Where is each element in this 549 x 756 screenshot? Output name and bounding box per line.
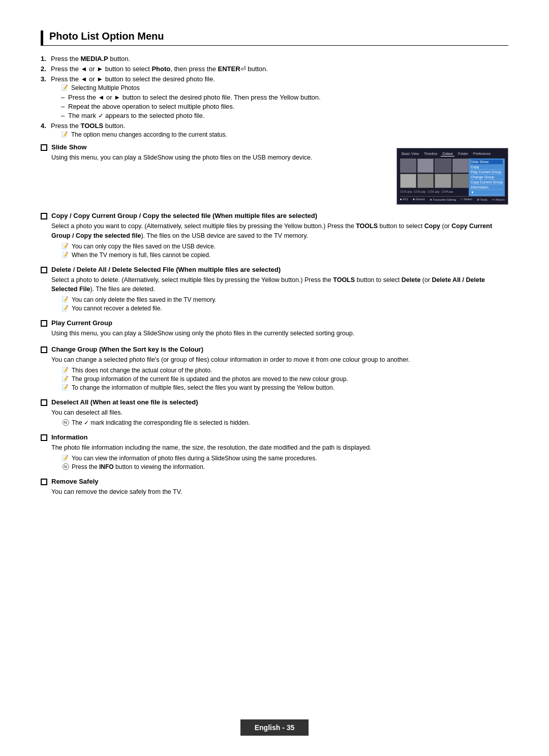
- thumb-8: [452, 174, 469, 188]
- sublist-item-2: Repeat the above operation to select mul…: [61, 103, 508, 110]
- ss-bottom-favourite: ★ Favourite Setting: [430, 198, 456, 201]
- screenshot-thumbnails: [400, 159, 469, 188]
- thumb-2: [417, 159, 434, 173]
- ss-bottom-av1: ■ AV1: [400, 198, 408, 201]
- copy-note-2-text: When the TV memory is full, files cannot…: [72, 251, 210, 259]
- note-icon-2: 📝: [61, 131, 69, 138]
- section-change-group-body: You can change a selected photo file's (…: [51, 355, 508, 391]
- section-change-group-header: Change Group (When the Sort key is the C…: [41, 345, 508, 353]
- screenshot-inner: Basic View Timeline Colour Folder Prefer…: [399, 150, 506, 202]
- step-4-bold: TOOLS: [81, 122, 104, 130]
- change-group-note-3-text: To change the information of multiple fi…: [72, 384, 334, 391]
- ss-bottom-return: ↩ Return: [492, 198, 505, 201]
- ss-bottom-tools: ⚙ Tools: [477, 198, 487, 201]
- step-3-note: 📝 Selecting Multiple Photos: [61, 84, 508, 91]
- screenshot-thumbs-area: 1231.jpg 1231.jpg 1231.jpg 1234.jpg: [400, 159, 469, 196]
- circle-icon: N: [63, 419, 69, 426]
- section-information-title: Information: [51, 433, 88, 441]
- step-3: Press the ◄ or ► button to select the de…: [41, 75, 508, 119]
- change-group-note-1-text: This does not change the actual colour o…: [72, 367, 212, 374]
- thumb-1: [400, 159, 416, 173]
- circle-icon-2: N: [63, 463, 69, 470]
- ss-bottom-device: ■ Device: [413, 198, 425, 201]
- delete-note-1-text: You can only delete the files saved in t…: [72, 296, 217, 303]
- checkbox-slide-show: [41, 144, 47, 151]
- tab-preference: Preference: [472, 151, 492, 156]
- sublist-item-3: The mark ✓ appears to the selected photo…: [61, 112, 508, 119]
- section-deselect-all-text: You can deselect all files.: [51, 408, 508, 418]
- section-deselect-all-header: Deselect All (When at least one file is …: [41, 398, 508, 406]
- step-2-bold-enter: ENTER: [218, 65, 240, 73]
- screenshot-menu: Slide Show Copy Play Current Group Chang…: [469, 159, 505, 196]
- thumb-6: [417, 174, 434, 188]
- change-group-note-icon-3: 📝: [62, 384, 70, 391]
- note-icon: 📝: [61, 84, 69, 91]
- copy-note-icon-2: 📝: [62, 251, 70, 258]
- information-note-icon-2: N: [62, 463, 70, 470]
- checkbox-change-group: [41, 346, 47, 353]
- section-change-group-text: You can change a selected photo file's (…: [51, 355, 508, 365]
- screenshot-image: Basic View Timeline Colour Folder Prefer…: [396, 148, 508, 205]
- section-remove-safely: Remove Safely You can remove the device …: [41, 478, 508, 497]
- copy-note-icon-1: 📝: [62, 243, 70, 249]
- screenshot-bottom: ■ AV1 ■ Device ★ Favourite Setting □ Sel…: [400, 196, 505, 201]
- section-delete: Delete / Delete All / Delete Selected Fi…: [41, 266, 508, 312]
- section-slide-show-body: Basic View Timeline Colour Folder Prefer…: [51, 153, 508, 163]
- section-remove-safely-text: You can remove the device safely from th…: [51, 487, 508, 497]
- tab-folder: Folder: [456, 151, 470, 156]
- checkbox-information: [41, 434, 47, 441]
- step-2: Press the ◄ or ► button to select Photo,…: [41, 65, 508, 73]
- menu-item-information: Information: [471, 185, 503, 190]
- section-play-current-header: Play Current Group: [41, 319, 508, 327]
- menu-item-changegroup: Change Group: [471, 175, 503, 180]
- ss-bottom-select: □ Select: [461, 198, 472, 201]
- footer-badge: English - 35: [240, 719, 309, 736]
- change-group-note-3: 📝 To change the information of multiple …: [62, 384, 508, 391]
- deselect-alt-note-text: The ✓ mark indicating the corresponding …: [72, 419, 250, 426]
- copy-note-2: 📝 When the TV memory is full, files cann…: [62, 251, 508, 259]
- information-note-2: N Press the INFO button to viewing the i…: [62, 463, 508, 470]
- section-deselect-all-title: Deselect All (When at least one file is …: [51, 398, 198, 406]
- menu-item-slideshow: Slide Show: [471, 160, 503, 165]
- screenshot-tabs: Basic View Timeline Colour Folder Prefer…: [400, 151, 505, 156]
- section-delete-header: Delete / Delete All / Delete Selected Fi…: [41, 266, 508, 273]
- section-copy-title: Copy / Copy Current Group / Copy the sel…: [51, 212, 317, 219]
- section-remove-safely-title: Remove Safely: [51, 478, 99, 485]
- menu-item-copycurrent: Copy Current Group: [471, 180, 503, 185]
- filename-2: 1231.jpg: [414, 190, 425, 193]
- page-title: Photo List Option Menu: [41, 30, 508, 46]
- change-group-note-icon-1: 📝: [62, 367, 70, 373]
- change-group-note-icon-2: 📝: [62, 375, 70, 382]
- menu-item-more: ▼: [471, 190, 503, 195]
- step-1: Press the MEDIA.P button.: [41, 55, 508, 62]
- section-deselect-all: Deselect All (When at least one file is …: [41, 398, 508, 427]
- delete-note-1: 📝 You can only delete the files saved in…: [62, 296, 508, 303]
- section-copy-body: Select a photo you want to copy. (Altern…: [51, 222, 508, 259]
- steps-list: Press the MEDIA.P button. Press the ◄ or…: [41, 55, 508, 138]
- section-play-current-title: Play Current Group: [51, 319, 112, 327]
- filename-1: 1231.jpg: [400, 190, 412, 193]
- section-information-body: The photo file information including the…: [51, 443, 508, 470]
- step-4-note-text: The option menu changes according to the…: [71, 131, 227, 138]
- menu-item-playcurrent: Play Current Group: [471, 170, 503, 175]
- deselect-alt-note-icon: N: [62, 419, 70, 426]
- section-information-header: Information: [41, 433, 508, 441]
- thumb-4: [452, 159, 469, 173]
- tab-timeline: Timeline: [422, 151, 439, 156]
- copy-note-1-text: You can only copy the files saved on the…: [72, 243, 216, 250]
- section-remove-safely-header: Remove Safely: [41, 478, 508, 485]
- copy-note-1: 📝 You can only copy the files saved on t…: [62, 243, 508, 250]
- checkbox-delete: [41, 267, 47, 273]
- information-note-2-text: Press the INFO button to viewing the inf…: [72, 463, 205, 470]
- deselect-alt-note: N The ✓ mark indicating the correspondin…: [62, 419, 508, 426]
- delete-note-icon-1: 📝: [62, 296, 70, 303]
- tab-colour: Colour: [441, 151, 454, 156]
- information-note-1: 📝 You can view the information of photo …: [62, 455, 508, 462]
- step-4-note: 📝 The option menu changes according to t…: [61, 131, 508, 138]
- thumb-7: [435, 174, 451, 188]
- change-group-note-2-text: The group information of the current fil…: [72, 375, 348, 383]
- checkbox-deselect-all: [41, 399, 47, 406]
- screenshot-filenames: 1231.jpg 1231.jpg 1231.jpg 1234.jpg: [400, 190, 469, 193]
- section-copy-header: Copy / Copy Current Group / Copy the sel…: [41, 212, 508, 219]
- thumb-5: [400, 174, 416, 188]
